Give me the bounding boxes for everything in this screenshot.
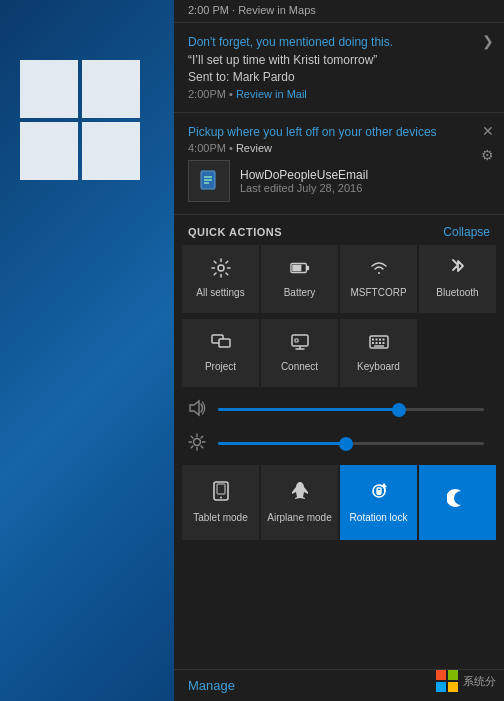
qa-all-settings-label: All settings xyxy=(196,287,244,299)
notif2-close[interactable]: ✕ xyxy=(482,123,494,139)
svg-marker-24 xyxy=(190,401,199,415)
svg-line-32 xyxy=(201,436,203,438)
qa-tablet-mode[interactable]: Tablet mode xyxy=(182,465,259,540)
notification-card-1: Don't forget, you mentioned doing this. … xyxy=(174,23,504,113)
brightness-thumb xyxy=(339,437,353,451)
volume-track[interactable] xyxy=(218,408,484,411)
qa-connect-label: Connect xyxy=(281,361,318,373)
document-icon xyxy=(198,170,220,192)
qa-keyboard-label: Keyboard xyxy=(357,361,400,373)
action-center-panel: 2:00 PM · Review in Maps Don't forget, y… xyxy=(174,0,504,701)
quick-actions-row1: All settings Battery MSFTCOR xyxy=(174,245,504,317)
qa-battery-label: Battery xyxy=(284,287,316,299)
qa-project[interactable]: Project xyxy=(182,319,259,387)
notification-partial: 2:00 PM · Review in Maps xyxy=(174,0,504,23)
qa-airplane-mode[interactable]: Airplane mode xyxy=(261,465,338,540)
notif2-doc-date: Last edited July 28, 2016 xyxy=(240,182,368,194)
svg-rect-44 xyxy=(448,682,458,692)
volume-icon xyxy=(188,399,212,421)
svg-rect-36 xyxy=(217,484,225,494)
brightness-track[interactable] xyxy=(218,442,484,445)
notif1-action[interactable]: Review in Mail xyxy=(236,88,307,100)
svg-rect-9 xyxy=(219,339,230,347)
volume-thumb xyxy=(392,403,406,417)
notif2-settings[interactable]: ⚙ xyxy=(481,147,494,163)
volume-slider-row xyxy=(174,393,504,427)
qa-keyboard[interactable]: Keyboard xyxy=(340,319,417,387)
connect-icon xyxy=(290,332,310,357)
svg-rect-43 xyxy=(436,682,446,692)
svg-rect-16 xyxy=(375,339,377,341)
qa-bluetooth[interactable]: Bluetooth xyxy=(419,245,496,313)
svg-rect-41 xyxy=(436,670,446,680)
qa-project-label: Project xyxy=(205,361,236,373)
battery-icon xyxy=(290,258,310,283)
notif2-doc-icon xyxy=(188,160,230,202)
brightness-icon xyxy=(188,433,212,455)
notif1-sent-to: Sent to: Mark Pardo xyxy=(188,69,490,86)
qa-msftcorp-label: MSFTCORP xyxy=(350,287,406,299)
notif2-title: Pickup where you left off on your other … xyxy=(188,125,490,139)
svg-rect-42 xyxy=(448,670,458,680)
qa-rotation-lock-label: Rotation lock xyxy=(350,511,408,524)
notif2-doc-row: HowDoPeopleUseEmail Last edited July 28,… xyxy=(188,160,490,202)
svg-rect-13 xyxy=(295,339,298,342)
svg-rect-10 xyxy=(292,335,308,346)
qa-msftcorp[interactable]: MSFTCORP xyxy=(340,245,417,313)
qa-bluetooth-label: Bluetooth xyxy=(436,287,478,299)
night-mode-icon xyxy=(447,487,469,514)
svg-rect-7 xyxy=(306,266,308,271)
svg-rect-40 xyxy=(377,490,381,495)
svg-rect-6 xyxy=(292,265,301,271)
svg-rect-21 xyxy=(379,342,381,344)
brightness-fill xyxy=(218,442,346,445)
brightness-slider-row xyxy=(174,427,504,461)
notif2-time: 4:00PM xyxy=(188,142,226,154)
notif2-action[interactable]: Review xyxy=(236,142,272,154)
quick-actions-title: QUICK ACTIONS xyxy=(188,226,282,238)
svg-point-25 xyxy=(194,438,201,445)
quick-actions-row2: Project Connect xyxy=(174,317,504,393)
qa-night-mode[interactable] xyxy=(419,465,496,540)
notif1-chevron[interactable]: ❯ xyxy=(482,33,494,49)
windows-logo xyxy=(20,60,150,190)
svg-rect-18 xyxy=(382,339,384,341)
qa-airplane-mode-label: Airplane mode xyxy=(267,511,331,524)
svg-rect-23 xyxy=(374,345,384,347)
watermark-text: 系统分 xyxy=(463,674,496,689)
qa-connect[interactable]: Connect xyxy=(261,319,338,387)
svg-line-30 xyxy=(191,436,193,438)
notif-partial-text: 2:00 PM · Review in Maps xyxy=(188,4,316,16)
svg-point-35 xyxy=(220,497,222,499)
svg-rect-15 xyxy=(372,339,374,341)
notification-card-2: Pickup where you left off on your other … xyxy=(174,113,504,215)
svg-rect-20 xyxy=(375,342,377,344)
volume-fill xyxy=(218,408,399,411)
settings-icon xyxy=(211,258,231,283)
qa-tablet-mode-label: Tablet mode xyxy=(193,511,247,524)
qa-rotation-lock[interactable]: Rotation lock xyxy=(340,465,417,540)
svg-rect-19 xyxy=(372,342,374,344)
qa-empty-slot xyxy=(419,319,496,387)
win-watermark-icon xyxy=(435,669,459,693)
notif1-separator: • xyxy=(229,88,236,100)
notif1-title: Don't forget, you mentioned doing this. xyxy=(188,35,490,49)
notif2-meta: 4:00PM • Review xyxy=(188,142,490,154)
notif2-doc-name: HowDoPeopleUseEmail xyxy=(240,168,368,182)
notif1-time: 2:00PM xyxy=(188,88,226,100)
tablet-mode-icon xyxy=(210,480,232,507)
notif2-doc-info: HowDoPeopleUseEmail Last edited July 28,… xyxy=(240,168,368,194)
svg-point-4 xyxy=(218,265,224,271)
wifi-icon xyxy=(369,258,389,283)
quick-actions-header: QUICK ACTIONS Collapse xyxy=(174,215,504,245)
collapse-button[interactable]: Collapse xyxy=(443,225,490,239)
svg-rect-22 xyxy=(382,342,384,344)
watermark: 系统分 xyxy=(435,669,496,693)
airplane-icon xyxy=(289,480,311,507)
bluetooth-icon xyxy=(448,258,468,283)
qa-all-settings[interactable]: All settings xyxy=(182,245,259,313)
qa-battery[interactable]: Battery xyxy=(261,245,338,313)
svg-line-33 xyxy=(191,446,193,448)
quick-actions-bottom: Tablet mode Airplane mode Ro xyxy=(174,461,504,546)
svg-line-31 xyxy=(201,446,203,448)
